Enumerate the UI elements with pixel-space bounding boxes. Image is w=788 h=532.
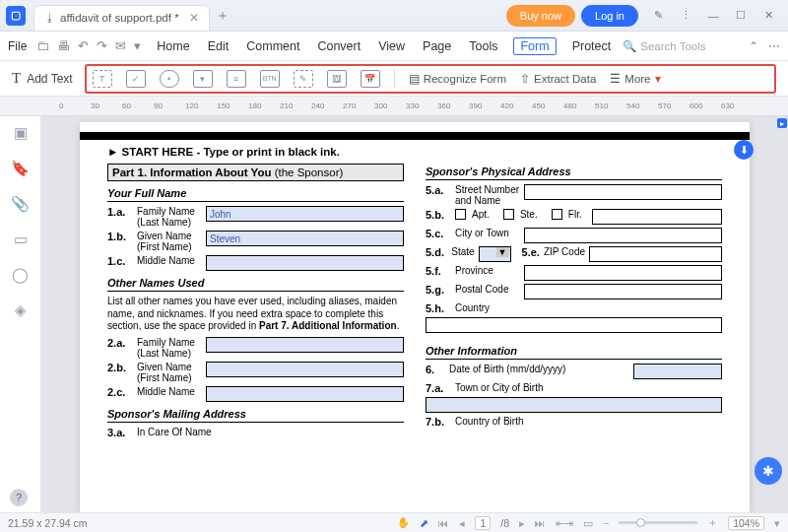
menu-view[interactable]: View xyxy=(376,37,407,55)
left-column: Part 1. Information About You (the Spons… xyxy=(107,164,404,441)
combo-tool[interactable]: ▾ xyxy=(193,70,213,88)
province-input[interactable] xyxy=(524,265,722,281)
recognize-form-button[interactable]: ▤Recognize Form xyxy=(409,72,506,86)
other-info-heading: Other Information xyxy=(426,343,722,360)
country-input[interactable] xyxy=(426,317,722,333)
prev-prev-icon[interactable]: ⏮ xyxy=(438,517,449,529)
next-page-icon[interactable]: ▸ xyxy=(519,517,525,529)
kebab-icon[interactable]: ⋮ xyxy=(672,5,699,27)
list-tool[interactable]: ≡ xyxy=(227,70,246,88)
city-input[interactable] xyxy=(524,228,722,243)
new-tab-button[interactable]: ＋ xyxy=(216,7,230,25)
birth-city-input[interactable] xyxy=(426,397,722,413)
layers-icon[interactable]: ◈ xyxy=(15,301,27,319)
menu-comment[interactable]: Comment xyxy=(244,37,301,55)
thumbnails-icon[interactable]: ▣ xyxy=(14,124,28,142)
assistant-button[interactable]: ✱ xyxy=(755,457,782,485)
other-middle-name-input[interactable] xyxy=(206,386,404,402)
dob-input[interactable] xyxy=(633,364,722,379)
minimize-icon[interactable]: — xyxy=(699,5,727,27)
page-canvas[interactable]: ⬇ ► START HERE - Type or print in black … xyxy=(41,116,788,512)
attachments-icon[interactable]: 📎 xyxy=(11,195,30,213)
next-next-icon[interactable]: ⏭ xyxy=(535,517,546,529)
text-field-tool[interactable]: T xyxy=(93,70,112,88)
menu-file[interactable]: File xyxy=(8,39,27,53)
state-select[interactable]: ▼ xyxy=(479,246,511,262)
document-tab[interactable]: ⭳ affidavit of support.pdf * ✕ xyxy=(33,5,210,31)
postal-input[interactable] xyxy=(524,284,722,299)
menu-form[interactable]: Form xyxy=(513,37,556,55)
redo-icon[interactable]: ↷ xyxy=(97,38,107,53)
flr-checkbox[interactable] xyxy=(552,209,562,220)
middle-name-input[interactable] xyxy=(206,255,404,271)
close-tab-icon[interactable]: ✕ xyxy=(189,11,199,25)
select-tool-icon[interactable]: ⬈ xyxy=(420,517,428,529)
mail-icon[interactable]: ✉ xyxy=(115,38,126,53)
button-tool[interactable]: BTN xyxy=(260,70,280,88)
other-family-name-input[interactable] xyxy=(206,337,404,353)
menu-convert[interactable]: Convert xyxy=(315,37,362,55)
undo-icon[interactable]: ↶ xyxy=(78,38,89,53)
family-name-input[interactable] xyxy=(206,206,404,222)
zoom-drop-icon[interactable]: ▾ xyxy=(774,517,780,529)
hand-tool-icon[interactable]: ✋ xyxy=(397,516,410,529)
add-text-button[interactable]: T Add Text xyxy=(6,70,79,87)
buy-now-button[interactable]: Buy now xyxy=(506,5,575,27)
menu-edit[interactable]: Edit xyxy=(206,37,231,55)
zoom-in-icon[interactable]: ＋ xyxy=(707,516,718,530)
more-button[interactable]: ☰More▾ xyxy=(610,72,660,86)
print-icon[interactable]: 🖶 xyxy=(57,38,70,53)
main-menus: Home Edit Comment Convert View Page Tool… xyxy=(155,37,613,55)
radio-tool[interactable]: • xyxy=(160,70,179,88)
ste-checkbox[interactable] xyxy=(503,209,514,220)
fit-width-icon[interactable]: ⇤⇥ xyxy=(556,517,573,529)
extract-icon: ⇧ xyxy=(520,72,530,86)
login-button[interactable]: Log in xyxy=(581,5,638,27)
scroll-badge[interactable]: ⬇ xyxy=(734,140,754,160)
text-icon: T xyxy=(12,70,21,87)
quick-actions: 🗀 🖶 ↶ ↷ ✉ ▾ xyxy=(36,38,141,53)
close-window-icon[interactable]: ✕ xyxy=(755,5,782,27)
open-icon[interactable]: 🗀 xyxy=(36,38,49,53)
fit-page-icon[interactable]: ▭ xyxy=(583,517,593,529)
maximize-icon[interactable]: ☐ xyxy=(727,5,755,27)
zoom-out-icon[interactable]: − xyxy=(603,517,609,529)
search-panel-icon[interactable]: ◯ xyxy=(12,266,29,284)
other-given-name-input[interactable] xyxy=(206,362,404,377)
street-input[interactable] xyxy=(524,184,722,200)
right-collapse[interactable]: ▸ xyxy=(776,116,788,512)
menu-page[interactable]: Page xyxy=(421,37,453,55)
drop-icon[interactable]: ▾ xyxy=(134,38,141,53)
extract-data-button[interactable]: ⇧Extract Data xyxy=(520,72,596,86)
search-icon: 🔍 xyxy=(623,39,636,53)
menu-home[interactable]: Home xyxy=(155,37,191,55)
unit-input[interactable] xyxy=(592,209,722,225)
page-number-input[interactable]: 1 xyxy=(475,516,491,530)
bookmarks-icon[interactable]: 🔖 xyxy=(11,160,30,177)
date-tool[interactable]: 📅 xyxy=(361,70,380,88)
signature-tool[interactable]: ✎ xyxy=(294,70,313,88)
other-names-note: List all other names you have ever used,… xyxy=(107,296,404,333)
image-tool[interactable]: 🖼 xyxy=(327,70,347,88)
your-full-name-heading: Your Full Name xyxy=(107,185,404,202)
tab-title: affidavit of support.pdf * xyxy=(60,12,179,24)
apt-checkbox[interactable] xyxy=(455,209,466,220)
checkbox-tool[interactable]: ✓ xyxy=(126,70,146,88)
search-tools[interactable]: 🔍 Search Tools xyxy=(623,39,705,53)
help-button[interactable]: ? xyxy=(10,489,28,506)
pages-icon[interactable]: ▭ xyxy=(14,231,28,248)
header-bar xyxy=(80,132,750,140)
download-icon: ⭳ xyxy=(44,12,56,24)
zoom-slider[interactable] xyxy=(619,521,697,524)
mailing-heading: Sponsor's Mailing Address xyxy=(107,406,404,423)
menubar-overflow-icon[interactable]: ⋯ xyxy=(768,39,780,53)
menu-protect[interactable]: Protect xyxy=(570,37,614,55)
menu-tools[interactable]: Tools xyxy=(467,37,499,55)
prev-page-icon[interactable]: ◂ xyxy=(459,517,465,529)
zip-input[interactable] xyxy=(589,246,722,262)
menubar-up-icon[interactable]: ⌃ xyxy=(749,39,758,53)
zoom-value[interactable]: 104% xyxy=(728,516,764,530)
feedback-icon[interactable]: ✎ xyxy=(644,5,672,27)
given-name-input[interactable] xyxy=(206,231,404,246)
part1-heading: Part 1. Information About You (the Spons… xyxy=(107,164,404,181)
